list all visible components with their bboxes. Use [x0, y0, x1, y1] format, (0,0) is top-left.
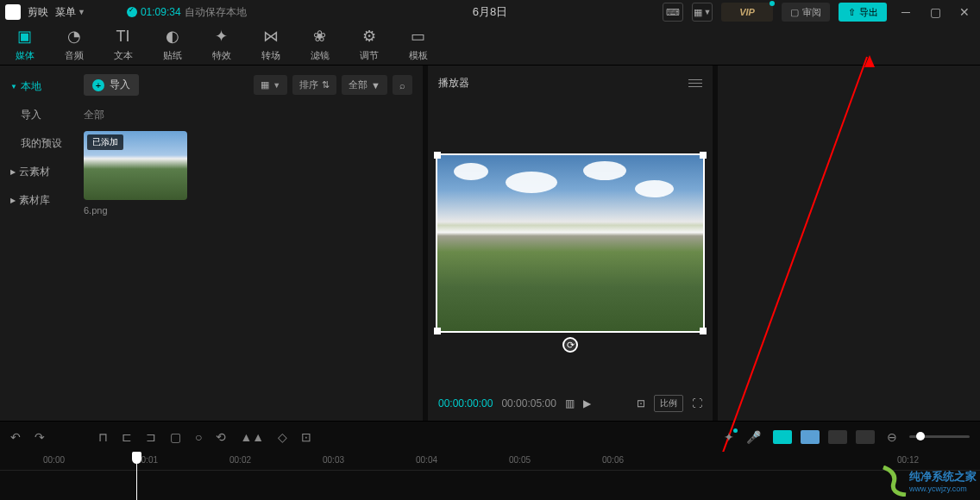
playhead[interactable] [136, 452, 137, 500]
player-header: 播放器 [428, 66, 713, 100]
ruler-tick: 00:03 [323, 455, 344, 465]
media-sidebar: ▼本地 导入 我的预设 ▶云素材 ▶素材库 [0, 66, 73, 421]
view-grid-button[interactable]: ▦▼ [254, 75, 287, 95]
project-title: 6月8日 [473, 4, 507, 20]
resize-handle[interactable] [436, 154, 437, 332]
resize-handle[interactable] [703, 154, 705, 332]
watermark-icon [882, 466, 908, 497]
player-title: 播放器 [438, 76, 469, 91]
resize-handle[interactable] [700, 152, 707, 159]
keyboard-icon[interactable]: ⌨ [663, 3, 683, 22]
template-icon: ▭ [411, 27, 425, 46]
timeline-toolbar: ↶ ↷ ⊓ ⊏ ⊐ ▢ ○ ⟲ ▲▲ ◇ ⊡ ✦ 🎤 ⊖ [0, 421, 980, 452]
rotate-handle[interactable] [562, 337, 578, 353]
track-toggle-4[interactable] [856, 430, 875, 444]
current-timecode: 00:00:00:00 [438, 397, 493, 409]
ruler-tick: 00:12 [897, 455, 919, 465]
tool-tabs: ▣媒体 ◔音频 TI文本 ◐贴纸 ✦特效 ⋈转场 ❀滤镜 ⚙调节 ▭模板 [0, 24, 980, 66]
tab-transition[interactable]: ⋈转场 [246, 24, 295, 65]
app-name: 剪映 [28, 5, 48, 20]
filter-button[interactable]: 全部 ▼ [342, 75, 387, 95]
sidebar-item-library[interactable]: ▶素材库 [0, 186, 73, 215]
watermark: 纯净系统之家 www.ycwjzy.com [882, 466, 977, 497]
minimize-button[interactable]: ─ [895, 2, 916, 22]
undo-button[interactable]: ↶ [10, 430, 21, 444]
sidebar-item-local[interactable]: ▼本地 [0, 72, 73, 101]
player-viewport[interactable] [437, 154, 704, 332]
app-logo-icon [5, 4, 21, 20]
ruler-tick: 00:06 [602, 455, 624, 465]
player-menu-icon[interactable] [688, 79, 702, 87]
layout-button[interactable]: ▦▼ [692, 3, 713, 22]
frame-crop-button[interactable]: ⊡ [301, 430, 311, 444]
tab-audio[interactable]: ◔音频 [49, 24, 98, 65]
magic-button[interactable]: ✦ [724, 430, 734, 444]
menu-button[interactable]: 菜单 ▼ [55, 5, 85, 20]
tab-filter[interactable]: ❀滤镜 [295, 24, 344, 65]
media-item[interactable]: 已添加 6.png [84, 131, 187, 216]
sidebar-item-cloud[interactable]: ▶云素材 [0, 158, 73, 186]
resize-handle[interactable] [437, 153, 704, 155]
sidebar-item-import[interactable]: 导入 [0, 101, 73, 129]
preview-image [437, 154, 704, 332]
review-icon: ▢ [790, 7, 799, 18]
play-button[interactable]: ▶ [583, 397, 591, 409]
trim-left-button[interactable]: ⊏ [122, 430, 132, 444]
resize-handle[interactable] [700, 328, 707, 334]
tab-text[interactable]: TI文本 [98, 24, 148, 65]
zoom-out-button[interactable]: ⊖ [887, 430, 897, 444]
sort-button[interactable]: 排序 ⇅ [292, 75, 336, 95]
export-button[interactable]: ⇧导出 [839, 3, 887, 22]
timeline-ruler[interactable]: 00:00 00:01 00:02 00:03 00:04 00:05 00:0… [0, 452, 980, 471]
media-panel-toolbar: + 导入 ▦▼ 排序 ⇅ 全部 ▼ ⌕ [84, 74, 412, 96]
timeline[interactable]: 00:00 00:01 00:02 00:03 00:04 00:05 00:0… [0, 452, 980, 500]
tab-media[interactable]: ▣媒体 [0, 24, 49, 65]
search-button[interactable]: ⌕ [393, 75, 412, 95]
resize-handle[interactable] [434, 152, 441, 159]
ratio-button[interactable]: 比例 [654, 395, 683, 412]
autosave-text: 自动保存本地 [185, 5, 247, 20]
crop-button[interactable]: ▢ [170, 430, 181, 444]
review-button[interactable]: ▢审阅 [782, 3, 830, 22]
media-icon: ▣ [17, 27, 32, 46]
export-icon: ⇧ [848, 7, 856, 18]
media-section-label: 全部 [84, 108, 412, 122]
split-button[interactable]: ⊓ [98, 430, 108, 444]
vip-button[interactable]: VIP [721, 3, 773, 22]
zoom-thumb[interactable] [916, 432, 925, 441]
track-toggle-1[interactable] [773, 430, 792, 444]
tab-template[interactable]: ▭模板 [393, 24, 443, 65]
columns-icon[interactable]: ▥ [565, 397, 575, 409]
reverse-button[interactable]: ⟲ [216, 430, 226, 444]
trim-right-button[interactable]: ⊐ [146, 430, 156, 444]
resize-handle[interactable] [434, 328, 441, 334]
tab-sticker[interactable]: ◐贴纸 [148, 24, 197, 65]
text-icon: TI [116, 28, 130, 46]
check-icon [127, 7, 137, 17]
ruler-tick: 00:02 [229, 455, 251, 465]
plus-icon: + [92, 79, 104, 91]
fullscreen-button[interactable]: ⛶ [692, 397, 702, 409]
main-area: ▼本地 导入 我的预设 ▶云素材 ▶素材库 + 导入 ▦▼ 排序 ⇅ 全部 ▼ … [0, 66, 980, 421]
import-button[interactable]: + 导入 [84, 74, 139, 96]
ruler-tick: 00:04 [416, 455, 437, 465]
maximize-button[interactable]: ▢ [925, 2, 945, 22]
tab-effects[interactable]: ✦特效 [197, 24, 246, 65]
frame-button[interactable]: ⊡ [637, 397, 645, 409]
track-toggle-2[interactable] [801, 430, 820, 444]
ruler-tick: 00:00 [43, 455, 65, 465]
rotate-button[interactable]: ◇ [278, 430, 287, 444]
close-button[interactable]: ✕ [954, 2, 975, 22]
mic-button[interactable]: 🎤 [746, 430, 761, 444]
mirror-button[interactable]: ▲▲ [240, 430, 264, 444]
resize-handle[interactable] [437, 331, 704, 333]
media-thumbnail[interactable]: 已添加 [84, 131, 187, 200]
tab-adjust[interactable]: ⚙调节 [344, 24, 393, 65]
track-toggle-3[interactable] [828, 430, 847, 444]
zoom-slider[interactable] [909, 435, 970, 438]
annotation-arrow [721, 57, 867, 454]
record-button[interactable]: ○ [195, 430, 202, 444]
sidebar-item-presets[interactable]: 我的预设 [0, 129, 73, 158]
player-controls: 00:00:00:00 00:00:05:00 ▥ ▶ ⊡ 比例 ⛶ [428, 386, 713, 421]
redo-button[interactable]: ↷ [35, 430, 45, 444]
